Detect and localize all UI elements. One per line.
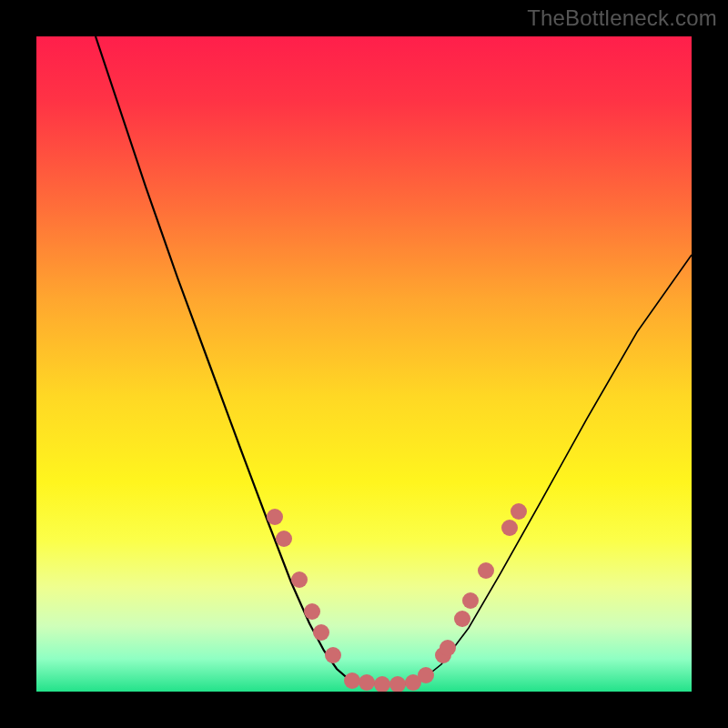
data-point — [501, 520, 518, 536]
data-point — [418, 667, 434, 683]
data-point — [462, 592, 479, 609]
data-point — [304, 603, 320, 620]
chart-frame: TheBottleneck.com — [0, 0, 728, 728]
data-point — [276, 531, 292, 547]
dots-layer — [267, 503, 527, 692]
data-point — [478, 562, 494, 579]
data-point — [325, 647, 341, 663]
data-point — [511, 503, 527, 520]
data-point — [440, 640, 456, 656]
left-curve — [96, 36, 364, 682]
data-point — [359, 674, 375, 691]
plot-area — [36, 36, 692, 692]
data-point — [374, 676, 390, 692]
data-point — [389, 676, 406, 692]
watermark-text: TheBottleneck.com — [527, 5, 717, 31]
curve-layer — [36, 36, 692, 692]
data-point — [313, 624, 329, 641]
data-point — [454, 611, 470, 627]
right-curve — [400, 255, 692, 684]
data-point — [344, 672, 360, 689]
data-point — [291, 571, 308, 588]
data-point — [267, 509, 283, 525]
